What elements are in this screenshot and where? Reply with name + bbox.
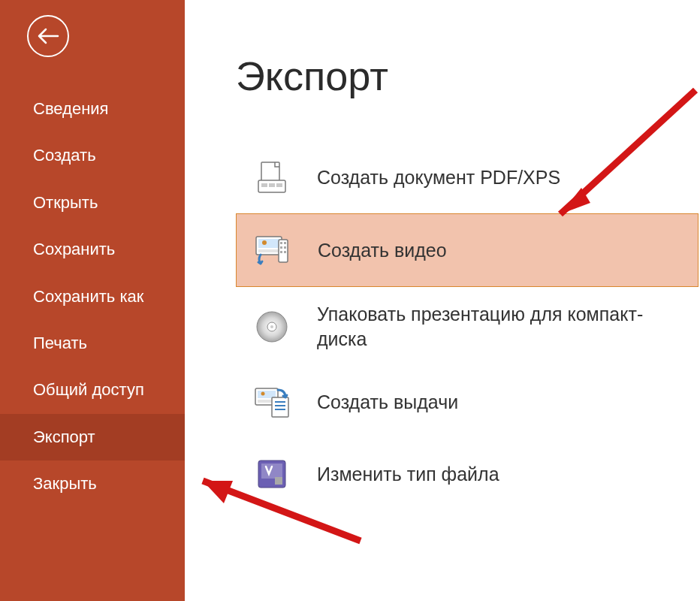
- nav-item-share[interactable]: Общий доступ: [0, 367, 185, 413]
- nav-item-save[interactable]: Сохранить: [0, 226, 185, 273]
- nav-item-info[interactable]: Сведения: [0, 86, 185, 132]
- option-label: Создать выдачи: [317, 390, 458, 415]
- option-package-cd[interactable]: Упаковать презентацию для компакт-диска: [236, 287, 700, 366]
- page-title: Экспорт: [236, 53, 700, 99]
- create-video-icon: [252, 229, 294, 271]
- nav-label: Сохранить: [33, 240, 115, 258]
- svg-rect-9: [279, 240, 288, 262]
- nav-label: Открыть: [33, 193, 98, 212]
- nav-item-export[interactable]: Экспорт: [0, 414, 185, 461]
- nav-label: Печать: [33, 334, 87, 352]
- svg-rect-29: [275, 477, 282, 485]
- export-options: Создать документ PDF/XPS: [236, 141, 700, 510]
- nav-label: Экспорт: [33, 427, 95, 446]
- svg-rect-3: [269, 183, 275, 187]
- nav-item-new[interactable]: Создать: [0, 132, 185, 179]
- option-create-handouts[interactable]: Создать выдачи: [236, 366, 700, 438]
- back-button[interactable]: [27, 15, 69, 57]
- nav-item-print[interactable]: Печать: [0, 320, 185, 367]
- nav-list: Сведения Создать Открыть Сохранить Сохра…: [0, 86, 185, 508]
- svg-rect-10: [280, 242, 282, 244]
- svg-point-18: [270, 325, 273, 328]
- svg-point-21: [261, 392, 265, 396]
- svg-rect-8: [258, 249, 279, 252]
- svg-rect-12: [280, 246, 282, 249]
- nav-label: Сохранить как: [33, 287, 143, 306]
- pdf-xps-icon: [251, 156, 293, 198]
- option-create-video[interactable]: Создать видео: [236, 213, 698, 287]
- option-label: Создать документ PDF/XPS: [317, 165, 560, 190]
- svg-rect-11: [284, 242, 286, 244]
- option-label: Создать видео: [318, 238, 447, 263]
- svg-rect-14: [280, 251, 282, 253]
- nav-label: Общий доступ: [33, 380, 144, 399]
- option-label: Упаковать презентацию для компакт-диска: [317, 302, 685, 351]
- svg-rect-23: [272, 397, 288, 417]
- backstage-sidebar: Сведения Создать Открыть Сохранить Сохра…: [0, 0, 185, 601]
- svg-rect-15: [284, 251, 286, 253]
- create-handouts-icon: [251, 381, 293, 423]
- export-panel: Экспорт Создать документ PDF/XPS: [185, 0, 700, 601]
- svg-rect-13: [284, 246, 286, 249]
- arrow-left-icon: [37, 28, 59, 44]
- nav-label: Закрыть: [33, 474, 97, 493]
- svg-point-7: [262, 240, 267, 245]
- nav-item-open[interactable]: Открыть: [0, 180, 185, 226]
- change-file-type-icon: [251, 453, 293, 495]
- nav-item-save-as[interactable]: Сохранить как: [0, 273, 185, 320]
- option-create-pdf-xps[interactable]: Создать документ PDF/XPS: [236, 141, 700, 213]
- nav-label: Сведения: [33, 99, 109, 118]
- svg-rect-6: [258, 239, 279, 248]
- nav-item-close[interactable]: Закрыть: [0, 461, 185, 507]
- svg-rect-2: [261, 183, 267, 187]
- option-change-file-type[interactable]: Изменить тип файла: [236, 438, 700, 510]
- package-cd-icon: [251, 306, 293, 348]
- nav-label: Создать: [33, 146, 96, 165]
- option-label: Изменить тип файла: [317, 462, 499, 487]
- svg-rect-4: [276, 183, 282, 187]
